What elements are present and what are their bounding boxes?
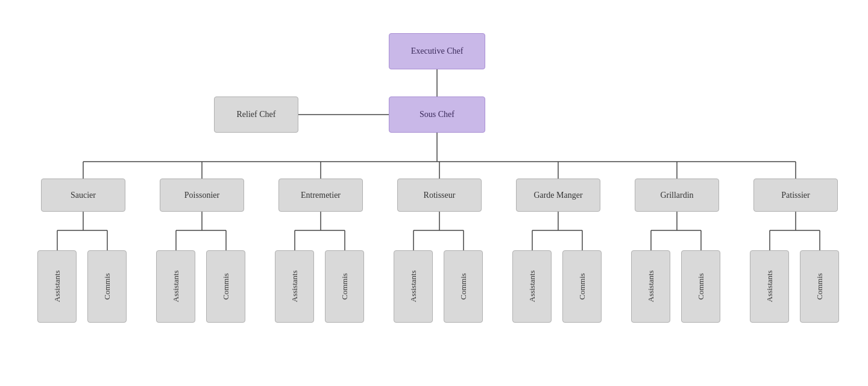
rotisseur-assistants-label: Assistants (409, 271, 418, 303)
relief-chef-label: Relief Chef (237, 110, 276, 119)
saucier-commis-node: Commis (87, 250, 127, 323)
sous-chef-node: Sous Chef (389, 96, 485, 133)
patissier-assistants-label: Assistants (765, 271, 775, 303)
garde-manger-label: Garde Manger (533, 191, 582, 200)
saucier-assistants-label: Assistants (52, 271, 62, 303)
poissonier-commis-node: Commis (206, 250, 245, 323)
rotisseur-commis-node: Commis (444, 250, 483, 323)
relief-chef-node: Relief Chef (214, 96, 298, 133)
entremetier-commis-node: Commis (325, 250, 364, 323)
garde-commis-node: Commis (562, 250, 602, 323)
garde-manger-node: Garde Manger (516, 179, 600, 212)
patissier-label: Patissier (781, 191, 810, 200)
saucier-assistants-node: Assistants (37, 250, 77, 323)
garde-assistants-label: Assistants (527, 271, 537, 303)
rotisseur-label: Rotisseur (424, 191, 456, 200)
poissonier-label: Poissonier (184, 191, 219, 200)
entremetier-label: Entremetier (301, 191, 341, 200)
executive-chef-label: Executive Chef (411, 46, 464, 56)
grillardin-node: Grillardin (635, 179, 719, 212)
grillardin-commis-node: Commis (681, 250, 720, 323)
saucier-commis-label: Commis (102, 273, 112, 300)
garde-commis-label: Commis (577, 273, 587, 300)
grillardin-label: Grillardin (660, 191, 693, 200)
rotisseur-commis-label: Commis (459, 273, 468, 300)
entremetier-assistants-node: Assistants (275, 250, 314, 323)
grillardin-assistants-label: Assistants (646, 271, 656, 303)
patissier-assistants-node: Assistants (750, 250, 789, 323)
grillardin-commis-label: Commis (696, 273, 706, 300)
entremetier-node: Entremetier (278, 179, 363, 212)
rotisseur-node: Rotisseur (397, 179, 482, 212)
poissonier-commis-label: Commis (221, 273, 231, 300)
patissier-node: Patissier (753, 179, 838, 212)
garde-assistants-node: Assistants (512, 250, 552, 323)
poissonier-assistants-node: Assistants (156, 250, 195, 323)
saucier-node: Saucier (41, 179, 125, 212)
patissier-commis-node: Commis (800, 250, 839, 323)
org-chart: Executive Chef Sous Chef Relief Chef Sau… (0, 0, 868, 386)
patissier-commis-label: Commis (815, 273, 825, 300)
entremetier-commis-label: Commis (340, 273, 350, 300)
rotisseur-assistants-node: Assistants (394, 250, 433, 323)
poissonier-assistants-label: Assistants (171, 271, 181, 303)
sous-chef-label: Sous Chef (420, 110, 454, 119)
saucier-label: Saucier (71, 191, 96, 200)
grillardin-assistants-node: Assistants (631, 250, 670, 323)
entremetier-assistants-label: Assistants (290, 271, 300, 303)
poissonier-node: Poissonier (160, 179, 244, 212)
executive-chef-node: Executive Chef (389, 33, 485, 69)
